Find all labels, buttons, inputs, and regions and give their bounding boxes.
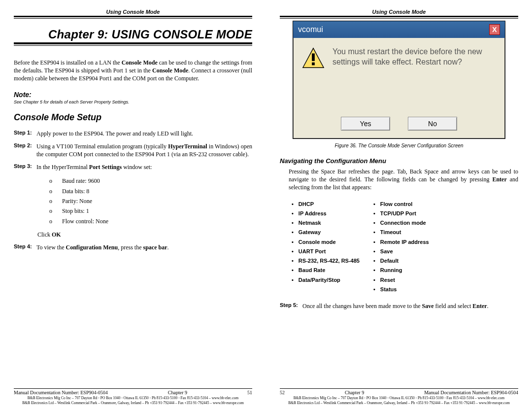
list-item: Default [373,256,429,266]
dialog-vcomui: vcomui X You must restart the device bef… [293,21,505,139]
svg-rect-1 [312,53,315,61]
page-header-label: Using Console Mode [280,9,518,15]
list-item: Running [373,266,429,275]
list-item: Console mode [292,238,360,247]
step-text: In the HyperTerminal Port Settings windo… [36,163,252,171]
page-51: Using Console Mode Chapter 9: USING CONS… [0,0,266,411]
step-1: Step 1: Apply power to the ESP904. The p… [14,130,252,137]
list-item: Data/Parity/Stop [292,275,360,285]
page-52: Using Console Mode vcomui X You must res… [266,0,532,411]
list-item: Flow control [373,200,429,209]
footer-company-us: B&B Electronics Mfg Co Inc – 707 Dayton … [280,396,518,400]
step-label: Step 2: [14,142,36,158]
list-item: Reset [373,275,429,285]
note-text: See Chapter 5 for details of each Server… [14,100,252,104]
footer-doc-number: Manual Documentation Number: ESP904-0504 [424,390,518,395]
dialog-titlebar: vcomui X [293,21,505,38]
step-text: Apply power to the ESP904. The power and… [36,130,252,137]
figure-caption: Figure 36. The Console Mode Server Confi… [280,143,518,148]
intro-paragraph: Before the ESP904 is installed on a LAN … [14,59,252,83]
list-item: TCP/UDP Port [373,209,429,218]
close-icon[interactable]: X [489,24,500,35]
list-item: Connection mode [373,218,429,228]
list-item: UART Port [292,247,360,256]
footer-doc-number: Manual Documentation Number: ESP904-0504 [14,390,108,395]
list-item: DHCP [292,200,360,209]
list-item: Netmask [292,218,360,228]
no-button[interactable]: No [408,117,457,131]
list-item: Status [373,285,429,294]
footer-page-number: 52 [280,390,285,395]
dialog-title-text: vcomui [298,25,323,34]
footer-company-us: B&B Electronics Mfg Co Inc – 707 Dayton … [14,396,252,400]
click-ok: Click OK [37,231,252,239]
list-item: oFlow control: None [49,216,252,226]
svg-rect-2 [312,63,315,66]
dialog-buttons: Yes No [293,115,505,138]
step-4: Step 4: To view the Configuration Menu, … [14,243,252,251]
footer-company-eu: B&B Electronics Ltd – Westlink Commercia… [14,401,252,405]
header-rule [280,16,518,19]
step-text: Using a VT100 Terminal emulation program… [36,142,252,158]
footer-chapter: Chapter 9 [345,390,364,395]
two-page-spread: Using Console Mode Chapter 9: USING CONS… [0,0,532,411]
config-fields: DHCPIP AddressNetmaskGatewayConsole mode… [292,200,518,295]
step-label: Step 1: [14,130,36,137]
list-item: oParity: None [49,196,252,206]
step-3: Step 3: In the HyperTerminal Port Settin… [14,163,252,171]
yes-button[interactable]: Yes [341,117,390,131]
title-rule [14,42,252,46]
step-label: Step 4: [14,243,36,251]
page-header-label: Using Console Mode [14,9,252,15]
dialog-message: You must restart the device before the n… [332,47,495,110]
step-label: Step 3: [14,163,36,171]
header-rule [14,16,252,19]
list-item: RS-232, RS-422, RS-485 [292,256,360,266]
list-item: Save [373,247,429,256]
footer-chapter: Chapter 9 [168,390,187,395]
warning-icon [302,47,325,69]
chapter-title: Chapter 9: USING CONSOLE MODE [14,28,252,41]
list-item: Gateway [292,228,360,237]
dialog-body: You must restart the device before the n… [293,38,505,115]
page-footer: 52 Chapter 9 Manual Documentation Number… [280,388,518,405]
footer-page-number: 51 [247,390,252,395]
port-settings-list: oBaud rate: 9600oData bits: 8oParity: No… [49,176,252,226]
list-item: Baud Rate [292,266,360,275]
config-fields-col2: Flow controlTCP/UDP PortConnection modeT… [373,200,429,295]
list-item: oBaud rate: 9600 [49,176,252,186]
step-label: Step 5: [280,302,302,310]
step-5: Step 5: Once all the changes have been m… [280,302,518,310]
list-item: Timeout [373,228,429,237]
step-text: Once all the changes have been made move… [302,302,518,310]
step-2: Step 2: Using a VT100 Terminal emulation… [14,142,252,158]
page-footer: Manual Documentation Number: ESP904-0504… [14,388,252,405]
config-fields-col1: DHCPIP AddressNetmaskGatewayConsole mode… [292,200,360,295]
footer-company-eu: B&B Electronics Ltd – Westlink Commercia… [280,401,518,405]
step-text: To view the Configuration Menu, press th… [36,243,252,251]
note-heading: Note: [14,91,252,99]
nav-paragraph: Pressing the Space Bar refreshes the pag… [289,168,518,192]
figure-36: vcomui X You must restart the device bef… [293,21,505,139]
list-item: oStop bits: 1 [49,206,252,216]
list-item: Remote IP address [373,238,429,247]
list-item: IP Address [292,209,360,218]
section-heading: Console Mode Setup [14,112,252,123]
subsection-heading: Navigating the Configuration Menu [280,157,518,165]
list-item: oData bits: 8 [49,186,252,196]
